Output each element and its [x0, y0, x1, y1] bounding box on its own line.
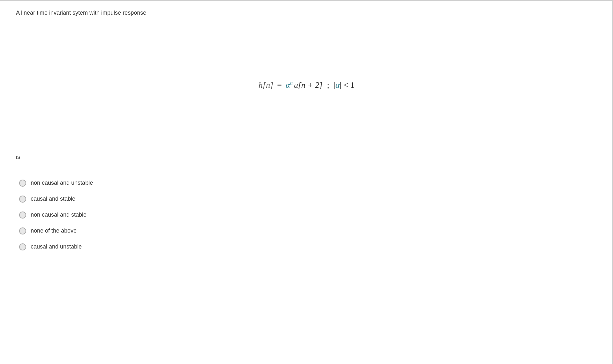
- options-container: non causal and unstable causal and stabl…: [19, 180, 597, 250]
- option-causal-stable[interactable]: causal and stable: [19, 196, 597, 203]
- formula-semicolon: ;: [327, 80, 329, 90]
- option-label-non-causal-stable: non causal and stable: [31, 212, 87, 218]
- formula-abs-constraint: |α| < 1: [334, 80, 354, 90]
- formula-alpha: αn: [286, 80, 293, 90]
- formula: h[n] = αn u[n + 2] ; |α| < 1: [259, 80, 354, 90]
- option-label-causal-stable: causal and stable: [31, 196, 75, 202]
- option-causal-unstable[interactable]: causal and unstable: [19, 243, 597, 250]
- option-label-causal-unstable: causal and unstable: [31, 243, 82, 250]
- radio-causal-unstable[interactable]: [19, 243, 26, 250]
- radio-causal-stable[interactable]: [19, 196, 26, 203]
- option-label-non-causal-unstable: non causal and unstable: [31, 180, 93, 186]
- page-container: A linear time invariant sytem with impul…: [0, 0, 613, 266]
- radio-non-causal-stable[interactable]: [19, 212, 26, 219]
- radio-non-causal-unstable[interactable]: [19, 180, 26, 187]
- formula-u-bracket: u[n + 2]: [294, 80, 322, 90]
- option-non-causal-unstable[interactable]: non causal and unstable: [19, 180, 597, 187]
- formula-container: h[n] = αn u[n + 2] ; |α| < 1: [16, 80, 597, 90]
- radio-none-of-above[interactable]: [19, 227, 26, 234]
- top-border: [0, 0, 613, 1]
- option-label-none-of-above: none of the above: [31, 227, 77, 234]
- formula-h-n: h[n]: [259, 80, 273, 90]
- is-label: is: [16, 154, 597, 160]
- question-intro: A linear time invariant sytem with impul…: [16, 10, 597, 16]
- option-non-causal-stable[interactable]: non causal and stable: [19, 212, 597, 219]
- option-none-of-above[interactable]: none of the above: [19, 227, 597, 234]
- formula-equals: =: [277, 80, 282, 90]
